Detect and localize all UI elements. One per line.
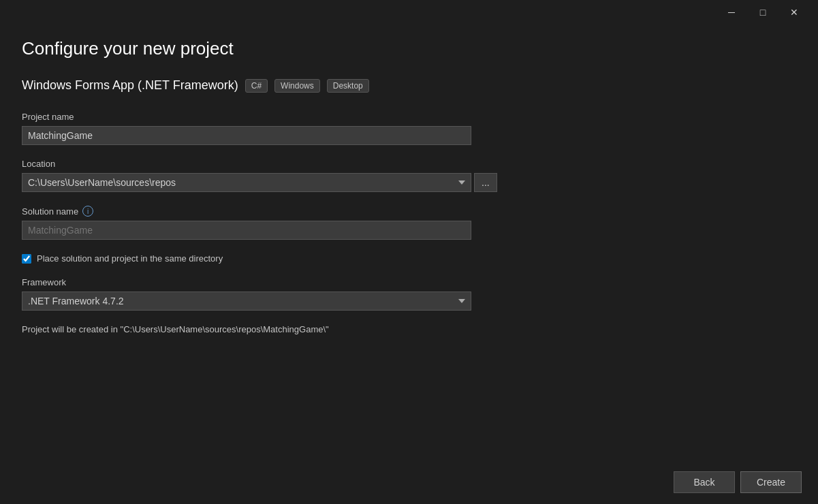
main-content: Configure your new project Windows Forms…: [0, 25, 818, 348]
project-name-input[interactable]: [22, 126, 471, 145]
project-type-row: Windows Forms App (.NET Framework) C# Wi…: [22, 78, 796, 93]
maximize-button[interactable]: □: [747, 2, 778, 22]
location-row: C:\Users\UserName\sources\repos ...: [22, 173, 796, 192]
minimize-button[interactable]: ─: [716, 2, 747, 22]
tag-csharp: C#: [245, 79, 268, 93]
checkbox-row: Place solution and project in the same d…: [22, 253, 796, 264]
title-bar: ─ □ ✕: [0, 0, 818, 25]
solution-name-label: Solution name i: [22, 206, 796, 217]
solution-name-info-icon[interactable]: i: [82, 206, 93, 217]
framework-field: Framework .NET Framework 4.7.2 .NET Fram…: [22, 277, 796, 311]
project-path-info: Project will be created in "C:\Users\Use…: [22, 324, 796, 334]
solution-name-field: Solution name i: [22, 206, 796, 240]
same-directory-label[interactable]: Place solution and project in the same d…: [37, 253, 223, 264]
back-button[interactable]: Back: [674, 471, 735, 493]
solution-name-input[interactable]: [22, 221, 471, 240]
location-label: Location: [22, 159, 796, 169]
same-directory-checkbox[interactable]: [22, 254, 31, 264]
bottom-bar: Back Create: [0, 460, 818, 504]
framework-label: Framework: [22, 277, 796, 287]
framework-select[interactable]: .NET Framework 4.7.2 .NET Framework 4.8 …: [22, 292, 471, 311]
project-type-name: Windows Forms App (.NET Framework): [22, 78, 238, 93]
project-name-label: Project name: [22, 112, 796, 122]
close-button[interactable]: ✕: [778, 2, 810, 22]
location-field: Location C:\Users\UserName\sources\repos…: [22, 159, 796, 192]
browse-button[interactable]: ...: [474, 173, 497, 192]
page-title: Configure your new project: [22, 38, 796, 59]
project-name-field: Project name: [22, 112, 796, 145]
tag-windows: Windows: [274, 79, 320, 93]
location-input[interactable]: C:\Users\UserName\sources\repos: [22, 173, 471, 192]
create-button[interactable]: Create: [740, 471, 802, 493]
tag-desktop: Desktop: [327, 79, 369, 93]
